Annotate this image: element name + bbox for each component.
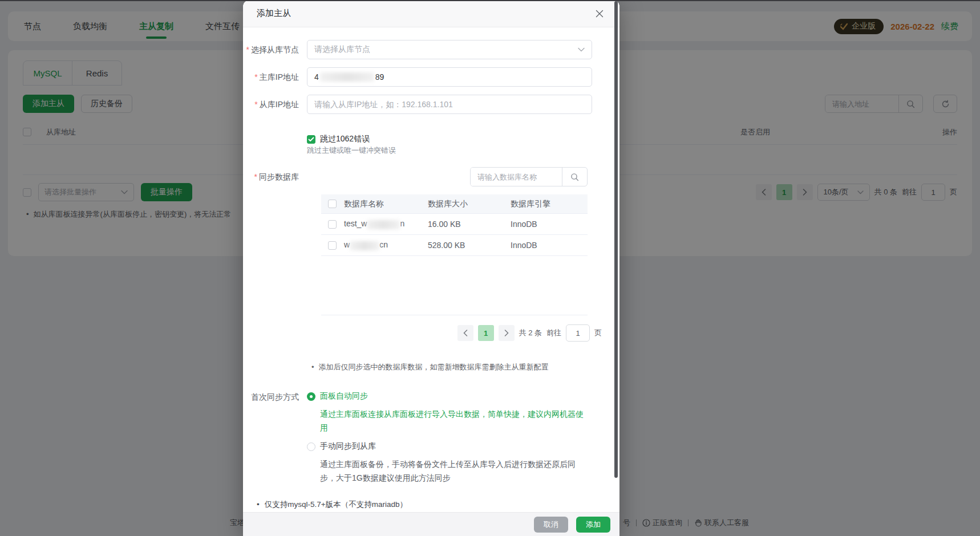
database-table: 数据库名称 数据库大小 数据库引擎 test_wn 16.00 KB InnoD…	[321, 194, 588, 315]
db-engine-cell: InnoDB	[511, 220, 588, 229]
search-icon	[570, 173, 579, 181]
sync-db-field: 数据库名称 数据库大小 数据库引擎 test_wn 16.00 KB InnoD…	[307, 167, 592, 342]
dialog-scrollbar-thumb[interactable]	[614, 1, 618, 478]
manual-sync-label: 手动同步到从库	[320, 441, 376, 452]
goto-page-input[interactable]	[566, 324, 590, 342]
db-name-cell: wcn	[344, 240, 428, 250]
db-name-suffix: n	[400, 219, 404, 228]
row-checkbox-cell	[321, 220, 344, 229]
db-search-row	[321, 167, 588, 186]
radio-manual-sync[interactable]: 手动同步到从库	[307, 441, 592, 452]
dialog-close-button[interactable]	[593, 7, 606, 20]
master-ip-row: 主库IP地址 4 89	[243, 67, 619, 87]
dialog-footer: 取消 添加	[243, 512, 619, 536]
sync-mode-row: 首次同步方式 面板自动同步 通过主库面板连接从库面板进行导入导出数据，简单快捷，…	[243, 391, 619, 485]
skip-1062-label: 跳过1062错误	[320, 134, 370, 144]
sync-db-row: 同步数据库	[243, 167, 619, 342]
skip-1062-help: 跳过主键或唯一键冲突错误	[307, 145, 619, 156]
col-db-name: 数据库名称	[344, 199, 428, 209]
sync-db-label: 同步数据库	[243, 167, 307, 342]
slave-ip-row: 从库IP地址	[243, 95, 619, 114]
redacted-value	[320, 72, 374, 82]
skip-1062-checkbox[interactable]	[307, 135, 315, 144]
db-table-pagination: 1 共 2 条 前往 页	[321, 324, 602, 342]
radio-auto-sync[interactable]: 面板自动同步	[307, 391, 592, 401]
sync-mode-label: 首次同步方式	[243, 391, 307, 485]
table-row: wcn 528.00 KB InnoDB	[321, 235, 588, 256]
db-search-button[interactable]	[562, 168, 587, 186]
app-window: 节点 负载均衡 主从复制 文件互传 企业版 2026-02-22 续费 MySQ…	[0, 0, 980, 536]
radio-selected-icon	[307, 392, 315, 401]
db-row-checkbox[interactable]	[328, 241, 337, 250]
db-engine-cell: InnoDB	[511, 241, 588, 250]
redacted-value	[367, 220, 400, 229]
database-table-header: 数据库名称 数据库大小 数据库引擎	[321, 194, 588, 214]
db-name-cell: test_wn	[344, 219, 428, 229]
db-select-all-checkbox[interactable]	[328, 200, 337, 208]
add-button[interactable]: 添加	[576, 517, 610, 533]
slave-node-placeholder: 请选择从库节点	[314, 44, 370, 55]
slave-ip-label: 从库IP地址	[243, 95, 307, 114]
window-top-edge	[0, 0, 980, 1]
sync-scope-note: 添加后仅同步选中的数据库数据，如需新增数据库需删除主从重新配置	[311, 362, 619, 372]
page-number-button[interactable]: 1	[478, 325, 494, 341]
db-row-checkbox[interactable]	[328, 220, 337, 229]
dialog-header: 添加主从	[243, 0, 619, 27]
db-name-prefix: test_w	[344, 219, 367, 228]
close-icon	[596, 10, 604, 18]
db-name-prefix: w	[344, 240, 350, 249]
prev-page-button[interactable]	[457, 325, 473, 341]
node-select-label: 选择从库节点	[243, 40, 307, 59]
check-icon	[308, 137, 314, 142]
dialog-body: 选择从库节点 请选择从库节点 主库IP地址 4 89 从库IP地址	[243, 27, 619, 512]
radio-unselected-icon	[307, 442, 315, 451]
db-size-cell: 16.00 KB	[428, 220, 511, 229]
redacted-value	[350, 241, 379, 250]
chevron-left-icon	[463, 330, 468, 336]
col-db-size: 数据库大小	[428, 199, 511, 209]
goto-label: 前往	[546, 328, 561, 338]
db-search-group	[470, 167, 588, 186]
table-row: test_wn 16.00 KB InnoDB	[321, 214, 588, 235]
master-ip-suffix: 89	[375, 72, 384, 82]
chevron-right-icon	[504, 330, 509, 336]
dialog-title: 添加主从	[257, 8, 291, 19]
master-ip-input[interactable]: 4 89	[307, 67, 592, 87]
db-name-suffix: cn	[379, 240, 388, 249]
master-ip-prefix: 4	[314, 72, 319, 82]
db-name-search-input[interactable]	[471, 168, 562, 186]
row-checkbox-cell	[321, 241, 344, 250]
cancel-button[interactable]: 取消	[534, 517, 568, 533]
manual-sync-desc: 通过主库面板备份，手动将备份文件上传至从库导入后进行数据还原后同步，大于1G数据…	[320, 457, 589, 485]
total-count-label: 共 2 条	[519, 328, 542, 338]
skip-error-row: 跳过1062错误	[307, 134, 619, 144]
add-master-slave-dialog: 添加主从 选择从库节点 请选择从库节点 主库IP地址	[243, 0, 619, 536]
page-unit-label: 页	[594, 328, 602, 338]
db-size-cell: 528.00 KB	[428, 241, 511, 250]
slave-node-select[interactable]: 请选择从库节点	[307, 40, 592, 59]
col-db-engine: 数据库引擎	[511, 199, 588, 209]
sync-mode-options: 面板自动同步 通过主库面板连接从库面板进行导入导出数据，简单快捷，建议内网机器使…	[307, 391, 592, 485]
header-checkbox-cell	[321, 200, 344, 208]
slave-ip-input[interactable]	[307, 95, 592, 114]
auto-sync-label: 面板自动同步	[320, 391, 368, 401]
master-ip-label: 主库IP地址	[243, 67, 307, 87]
next-page-button[interactable]	[499, 325, 515, 341]
mysql-version-note: 仅支持mysql-5.7+版本（不支持mariadb）	[257, 500, 619, 510]
node-select-row: 选择从库节点 请选择从库节点	[243, 40, 619, 59]
chevron-down-icon	[578, 47, 585, 52]
auto-sync-desc: 通过主库面板连接从库面板进行导入导出数据，简单快捷，建议内网机器使用	[320, 407, 589, 435]
